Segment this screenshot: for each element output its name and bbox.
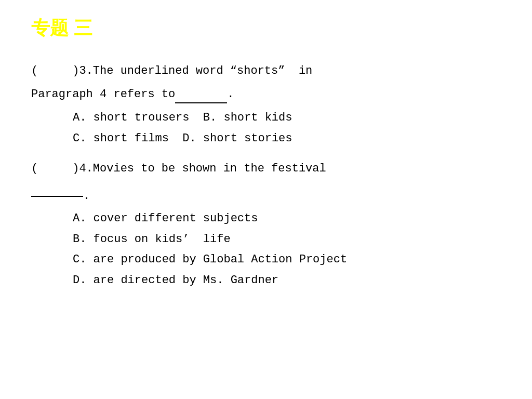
q4-option-a-label: A. [73, 212, 94, 225]
question-3-options: A. short trousers B. short kids C. short… [73, 108, 501, 149]
question-3-option-ab: A. short trousers B. short kids [73, 108, 501, 128]
q3-option-b-label: B. [203, 111, 224, 124]
content-area: ( )3.The underlined word “shorts” in Par… [31, 62, 501, 290]
q4-option-c-label: C. [73, 253, 94, 266]
question-3-line2: Paragraph 4 refers to . [31, 84, 501, 103]
question-4-text: ( )4.Movies to be shown in the festival [31, 159, 501, 178]
question-3-prefix: ( )3.The underlined word “shorts” in [31, 64, 312, 77]
page-title: 专题 三 [31, 16, 501, 41]
q4-option-a-text: cover different subjects [94, 212, 258, 225]
q4-option-b-label: B. [73, 233, 94, 246]
q4-option-c-text: are produced by Global Action Project [94, 253, 347, 266]
q3-option-c-text: short films [94, 132, 183, 145]
question-4-prefix: ( )4.Movies to be shown in the festival [31, 162, 326, 175]
q3-option-d-text: short stories [203, 132, 292, 145]
question-4-option-c: C. are produced by Global Action Project [73, 249, 501, 270]
question-4-options: A. cover different subjects B. focus on … [73, 208, 501, 290]
q3-option-a-text: short trousers [94, 111, 203, 124]
q3-option-b-text: short kids [223, 111, 292, 124]
question-3-option-cd: C. short films D. short stories [73, 128, 501, 149]
question-3-blank [175, 84, 227, 103]
q4-option-d-text: are directed by Ms. Gardner [94, 274, 278, 287]
q4-option-b-text: focus on kids’ life [94, 233, 231, 246]
page-container: 专题 三 ( )3.The underlined word “shorts” i… [0, 0, 532, 399]
question-4-block: ( )4.Movies to be shown in the festival … [31, 159, 501, 291]
q4-option-d-label: D. [73, 274, 94, 287]
question-4-line2: . [31, 178, 501, 205]
q3-option-a-label: A. [73, 111, 94, 124]
question-4-blank [31, 178, 83, 197]
q3-option-c-label: C. [73, 132, 94, 145]
question-4-option-d: D. are directed by Ms. Gardner [73, 270, 501, 291]
question-3-text: ( )3.The underlined word “shorts” in [31, 62, 501, 80]
question-3-block: ( )3.The underlined word “shorts” in Par… [31, 62, 501, 149]
question-4-option-b: B. focus on kids’ life [73, 229, 501, 250]
q3-option-d-label: D. [182, 132, 203, 145]
question-4-option-a: A. cover different subjects [73, 208, 501, 229]
